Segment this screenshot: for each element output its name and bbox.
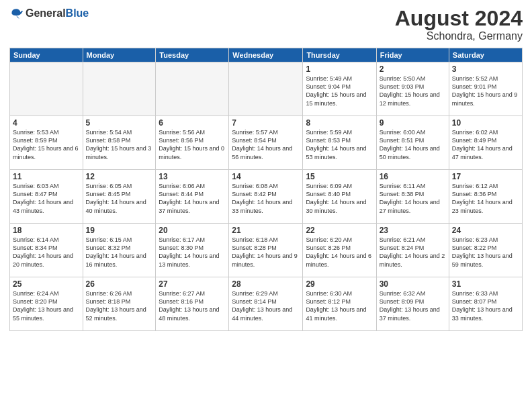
calendar-cell: 11Sunrise: 6:03 AMSunset: 8:47 PMDayligh… [10,170,83,224]
logo: GeneralBlue [9,7,89,20]
calendar-cell: 30Sunrise: 6:32 AMSunset: 8:09 PMDayligh… [376,277,449,331]
day-info: Sunrise: 5:52 AMSunset: 9:01 PMDaylight:… [452,75,519,107]
calendar-cell: 28Sunrise: 6:29 AMSunset: 8:14 PMDayligh… [229,277,303,331]
calendar-cell: 3Sunrise: 5:52 AMSunset: 9:01 PMDaylight… [449,62,522,116]
day-info: Sunrise: 6:20 AMSunset: 8:26 PMDaylight:… [306,236,373,269]
day-info: Sunrise: 5:59 AMSunset: 8:53 PMDaylight:… [306,128,373,161]
calendar-cell: 7Sunrise: 5:57 AMSunset: 8:54 PMDaylight… [229,116,303,170]
calendar-week-1: 1Sunrise: 5:49 AMSunset: 9:04 PMDaylight… [10,62,523,116]
calendar-cell: 17Sunrise: 6:12 AMSunset: 8:36 PMDayligh… [449,170,522,224]
day-info: Sunrise: 5:57 AMSunset: 8:54 PMDaylight:… [232,128,300,161]
day-info: Sunrise: 6:11 AMSunset: 8:38 PMDaylight:… [380,182,446,215]
page: GeneralBlue August 2024 Schondra, German… [0,0,532,411]
col-tuesday: Tuesday [156,48,229,62]
day-info: Sunrise: 6:12 AMSunset: 8:36 PMDaylight:… [452,182,519,215]
day-info: Sunrise: 5:50 AMSunset: 9:03 PMDaylight:… [380,75,446,107]
day-number: 27 [159,279,226,289]
day-info: Sunrise: 6:33 AMSunset: 8:07 PMDaylight:… [452,289,519,322]
calendar-cell [10,62,83,116]
day-number: 31 [452,279,519,289]
calendar-cell: 24Sunrise: 6:23 AMSunset: 8:22 PMDayligh… [449,224,522,277]
calendar-cell: 14Sunrise: 6:08 AMSunset: 8:42 PMDayligh… [229,170,303,224]
day-info: Sunrise: 6:21 AMSunset: 8:24 PMDaylight:… [380,236,446,269]
day-info: Sunrise: 6:08 AMSunset: 8:42 PMDaylight:… [232,182,300,215]
day-number: 20 [159,226,226,235]
day-info: Sunrise: 6:06 AMSunset: 8:44 PMDaylight:… [159,182,226,215]
calendar-table: Sunday Monday Tuesday Wednesday Thursday… [9,48,523,331]
day-info: Sunrise: 6:26 AMSunset: 8:18 PMDaylight:… [86,289,153,322]
day-number: 25 [13,279,80,289]
day-number: 7 [232,118,300,128]
day-number: 17 [452,172,519,181]
day-number: 19 [86,226,153,235]
day-number: 4 [13,118,80,128]
day-number: 1 [306,64,373,74]
title-block: August 2024 Schondra, Germany [395,7,523,42]
logo-blue: Blue [66,7,89,19]
calendar-cell: 20Sunrise: 6:17 AMSunset: 8:30 PMDayligh… [156,224,229,277]
day-number: 18 [13,226,80,235]
calendar-cell: 2Sunrise: 5:50 AMSunset: 9:03 PMDaylight… [376,62,449,116]
calendar-cell: 26Sunrise: 6:26 AMSunset: 8:18 PMDayligh… [83,277,156,331]
day-number: 16 [380,172,446,181]
day-number: 11 [13,172,80,181]
calendar-cell: 29Sunrise: 6:30 AMSunset: 8:12 PMDayligh… [303,277,376,331]
day-number: 28 [232,279,300,289]
day-info: Sunrise: 6:02 AMSunset: 8:49 PMDaylight:… [452,128,519,161]
calendar-cell [229,62,303,116]
day-info: Sunrise: 6:09 AMSunset: 8:40 PMDaylight:… [306,182,373,215]
day-info: Sunrise: 6:30 AMSunset: 8:12 PMDaylight:… [306,289,373,322]
calendar-cell: 25Sunrise: 6:24 AMSunset: 8:20 PMDayligh… [10,277,83,331]
day-number: 30 [380,279,446,289]
logo-general: General [26,7,66,19]
calendar-cell: 19Sunrise: 6:15 AMSunset: 8:32 PMDayligh… [83,224,156,277]
calendar-cell: 9Sunrise: 6:00 AMSunset: 8:51 PMDaylight… [376,116,449,170]
calendar-cell: 22Sunrise: 6:20 AMSunset: 8:26 PMDayligh… [303,224,376,277]
calendar-cell: 12Sunrise: 6:05 AMSunset: 8:45 PMDayligh… [83,170,156,224]
day-number: 15 [306,172,373,181]
day-number: 14 [232,172,300,181]
day-number: 9 [380,118,446,128]
calendar-cell: 4Sunrise: 5:53 AMSunset: 8:59 PMDaylight… [10,116,83,170]
day-number: 29 [306,279,373,289]
day-number: 22 [306,226,373,235]
day-number: 8 [306,118,373,128]
calendar-cell: 8Sunrise: 5:59 AMSunset: 8:53 PMDaylight… [303,116,376,170]
calendar-cell: 1Sunrise: 5:49 AMSunset: 9:04 PMDaylight… [303,62,376,116]
col-thursday: Thursday [303,48,376,62]
day-number: 5 [86,118,153,128]
day-info: Sunrise: 6:05 AMSunset: 8:45 PMDaylight:… [86,182,153,215]
col-friday: Friday [376,48,449,62]
day-info: Sunrise: 6:29 AMSunset: 8:14 PMDaylight:… [232,289,300,322]
calendar-cell: 16Sunrise: 6:11 AMSunset: 8:38 PMDayligh… [376,170,449,224]
calendar-cell: 5Sunrise: 5:54 AMSunset: 8:58 PMDaylight… [83,116,156,170]
calendar-cell: 21Sunrise: 6:18 AMSunset: 8:28 PMDayligh… [229,224,303,277]
calendar-week-4: 18Sunrise: 6:14 AMSunset: 8:34 PMDayligh… [10,224,523,277]
day-number: 23 [380,226,446,235]
day-info: Sunrise: 6:32 AMSunset: 8:09 PMDaylight:… [380,289,446,322]
day-info: Sunrise: 6:03 AMSunset: 8:47 PMDaylight:… [13,182,80,215]
month-title: August 2024 [395,7,523,30]
day-number: 6 [159,118,226,128]
day-info: Sunrise: 5:56 AMSunset: 8:56 PMDaylight:… [159,128,226,161]
calendar-cell: 6Sunrise: 5:56 AMSunset: 8:56 PMDaylight… [156,116,229,170]
calendar-week-3: 11Sunrise: 6:03 AMSunset: 8:47 PMDayligh… [10,170,523,224]
day-number: 13 [159,172,226,181]
calendar-cell: 23Sunrise: 6:21 AMSunset: 8:24 PMDayligh… [376,224,449,277]
day-number: 26 [86,279,153,289]
calendar-week-5: 25Sunrise: 6:24 AMSunset: 8:20 PMDayligh… [10,277,523,331]
header: GeneralBlue August 2024 Schondra, German… [9,7,523,42]
day-info: Sunrise: 6:27 AMSunset: 8:16 PMDaylight:… [159,289,226,322]
calendar-cell: 13Sunrise: 6:06 AMSunset: 8:44 PMDayligh… [156,170,229,224]
day-number: 3 [452,64,519,74]
day-info: Sunrise: 6:14 AMSunset: 8:34 PMDaylight:… [13,236,80,269]
day-info: Sunrise: 5:49 AMSunset: 9:04 PMDaylight:… [306,75,373,107]
day-info: Sunrise: 6:18 AMSunset: 8:28 PMDaylight:… [232,236,300,269]
calendar-cell: 18Sunrise: 6:14 AMSunset: 8:34 PMDayligh… [10,224,83,277]
col-monday: Monday [83,48,156,62]
day-info: Sunrise: 6:17 AMSunset: 8:30 PMDaylight:… [159,236,226,269]
day-info: Sunrise: 5:54 AMSunset: 8:58 PMDaylight:… [86,128,153,161]
col-wednesday: Wednesday [229,48,303,62]
day-info: Sunrise: 5:53 AMSunset: 8:59 PMDaylight:… [13,128,80,161]
day-number: 24 [452,226,519,235]
